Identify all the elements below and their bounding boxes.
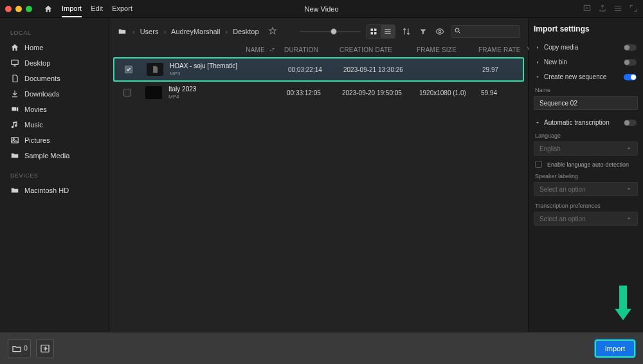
sequence-name-input[interactable]	[534, 96, 638, 110]
svg-rect-9	[371, 32, 374, 35]
sort-icon[interactable]	[401, 26, 412, 37]
workspace-menu-icon[interactable]	[613, 4, 622, 14]
toggle-create-sequence[interactable]	[624, 74, 637, 80]
sidebar-item-music[interactable]: Music	[4, 117, 105, 132]
language-label: Language	[535, 132, 637, 139]
sidebar-item-home[interactable]: Home	[4, 40, 105, 55]
toggle-auto-transcription[interactable]	[624, 120, 637, 126]
main-content: LOCAL Home Desktop Documents Downloads M…	[0, 18, 643, 332]
close-window-icon[interactable]	[5, 6, 12, 12]
sidebar-heading-local: LOCAL	[10, 30, 98, 36]
svg-rect-3	[615, 10, 622, 10]
option-new-bin[interactable]: New bin	[534, 55, 638, 69]
quick-export-icon[interactable]	[583, 4, 592, 14]
toggle-copy-media[interactable]	[624, 44, 637, 51]
favorite-star-icon[interactable]	[268, 26, 277, 37]
sidebar-item-macintosh-hd[interactable]: Macintosh HD	[4, 183, 105, 198]
toggle-new-bin[interactable]	[624, 59, 637, 66]
option-copy-media[interactable]: Copy media	[534, 40, 638, 55]
media-extension: MP3	[170, 71, 237, 77]
list-view-button[interactable]	[381, 25, 395, 38]
bin-count: 0	[24, 345, 28, 352]
breadcrumb-row: › Users › AudreyMarshall › Desktop	[109, 18, 528, 42]
language-select[interactable]: English	[534, 141, 638, 156]
speaker-labeling-select[interactable]: Select an option	[534, 182, 638, 196]
thumbnail-zoom-slider[interactable]	[300, 27, 361, 36]
home-icon	[44, 5, 53, 14]
browser-controls	[300, 24, 520, 39]
import-button[interactable]: Import	[595, 340, 635, 358]
filter-icon[interactable]	[417, 26, 429, 37]
option-label: Copy media	[544, 44, 578, 51]
panel-title: Import settings	[534, 24, 638, 33]
tab-import[interactable]: Import	[62, 1, 82, 17]
sidebar-item-movies[interactable]: Movies	[4, 102, 105, 117]
row-checkbox[interactable]	[123, 89, 131, 96]
home-button[interactable]	[41, 2, 55, 16]
cell-frame-rate: 59.94	[481, 89, 530, 96]
auto-detect-checkbox[interactable]: Enable language auto-detection	[535, 161, 637, 168]
sidebar-item-desktop[interactable]: Desktop	[4, 55, 105, 71]
window-traffic-lights[interactable]	[5, 6, 32, 12]
column-creation-date[interactable]: CREATION DATE	[340, 46, 417, 53]
breadcrumb-item[interactable]: Desktop	[233, 28, 258, 35]
sidebar-item-sample-media[interactable]: Sample Media	[4, 148, 105, 163]
folder-icon	[11, 343, 23, 354]
fullscreen-icon[interactable]	[629, 4, 638, 14]
transcription-preferences-select[interactable]: Select an option	[534, 212, 638, 226]
option-label: New bin	[544, 59, 567, 66]
option-auto-transcription[interactable]: Automatic transcription	[534, 115, 638, 130]
chevron-right-icon	[535, 45, 540, 50]
search-field[interactable]	[451, 25, 520, 38]
sidebar: LOCAL Home Desktop Documents Downloads M…	[0, 18, 109, 332]
column-duration[interactable]: DURATION	[284, 46, 340, 53]
tab-edit[interactable]: Edit	[91, 1, 103, 17]
sidebar-item-label: Movies	[24, 105, 47, 113]
row-checkbox[interactable]	[125, 66, 132, 73]
media-thumbnail	[145, 86, 162, 99]
picture-icon	[10, 136, 19, 145]
breadcrumb-item[interactable]: AudreyMarshall	[171, 28, 220, 35]
chevron-down-icon	[535, 120, 540, 125]
chevron-down-icon	[535, 75, 540, 80]
movie-icon	[10, 105, 19, 114]
preview-visibility-icon[interactable]	[434, 26, 446, 37]
chevron-right-icon: ›	[226, 28, 228, 35]
checkbox-icon	[535, 161, 542, 168]
new-bin-button[interactable]: 0	[8, 339, 31, 358]
tab-export[interactable]: Export	[112, 1, 132, 17]
column-frame-size[interactable]: FRAME SIZE	[417, 46, 478, 53]
column-frame-rate[interactable]: FRAME RATE	[478, 46, 527, 53]
minimize-window-icon[interactable]	[15, 6, 22, 12]
speaker-labeling-label: Speaker labeling	[535, 173, 637, 179]
checkbox-label: Enable language auto-detection	[547, 161, 629, 168]
breadcrumb-item[interactable]: Users	[140, 28, 159, 35]
select-value: English	[539, 145, 561, 152]
table-row[interactable]: Italy 2023 MP4 00:33:12:05 2023-09-20 19…	[113, 82, 524, 104]
import-settings-panel: Import settings Copy media New bin Creat…	[529, 18, 643, 332]
chevron-right-icon: ›	[132, 28, 135, 35]
audio-clip-button[interactable]	[36, 339, 54, 358]
folder-icon	[10, 151, 19, 160]
option-label: Automatic transcription	[544, 119, 610, 126]
svg-rect-16	[272, 48, 274, 49]
desktop-icon	[10, 59, 19, 68]
sidebar-item-label: Macintosh HD	[24, 187, 69, 194]
table-row[interactable]: HOAX - soju [Thematic] MP3 00;03;22;14 2…	[113, 57, 524, 82]
cell-duration: 00:33:12:05	[287, 89, 342, 96]
fullscreen-window-icon[interactable]	[26, 6, 32, 12]
topbar: Import Edit Export New Video	[0, 0, 643, 18]
column-name[interactable]: NAME	[143, 46, 284, 53]
svg-rect-8	[374, 29, 377, 32]
sidebar-item-pictures[interactable]: Pictures	[4, 132, 105, 148]
document-icon	[10, 74, 19, 83]
svg-rect-13	[385, 33, 391, 34]
sidebar-item-documents[interactable]: Documents	[4, 71, 105, 86]
sidebar-item-downloads[interactable]: Downloads	[4, 86, 105, 102]
breadcrumb[interactable]: Users › AudreyMarshall › Desktop	[140, 28, 259, 35]
grid-view-button[interactable]	[367, 25, 381, 38]
sort-arrow-icon	[269, 47, 275, 53]
share-icon[interactable]	[598, 4, 607, 14]
option-create-sequence[interactable]: Create new sequence	[534, 69, 638, 84]
chevron-right-icon	[535, 60, 540, 65]
